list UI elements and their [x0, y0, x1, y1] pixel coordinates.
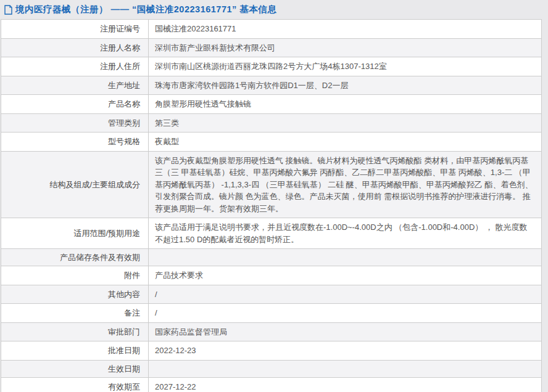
row-label: 结构及组成/主要组成成分	[1, 151, 149, 218]
row-label-text: 生产地址	[108, 81, 140, 90]
row-value-text: 2027-12-22	[155, 382, 196, 391]
row-label-text: 有效期至	[108, 382, 140, 391]
row-label: 管理类别	[1, 113, 149, 133]
row-label-text: 生效日期	[108, 364, 140, 374]
row-label: 生产地址	[1, 76, 149, 95]
row-label-text: 审批部门	[108, 327, 140, 337]
row-label-text: 产品名称	[108, 99, 140, 108]
row-value-text: 珠海市唐家湾软件园路1号南方软件园D1一层、D2一层	[155, 81, 348, 90]
row-value	[149, 360, 542, 377]
row-label-text: 管理类别	[108, 118, 140, 128]
row-label: 审批部门	[1, 322, 149, 341]
row-label-text: 注册证编号	[100, 24, 140, 33]
row-value-text: 国械注准20223161771	[155, 24, 236, 33]
row-label-text: 备注	[124, 308, 140, 317]
table-row: 生效日期	[1, 360, 542, 377]
row-value: /	[149, 304, 542, 323]
row-value-text: /	[155, 290, 157, 299]
table-row: 批准日期2022-12-23	[1, 341, 542, 361]
table-row: 注册人名称深圳市新产业眼科新技术有限公司	[1, 38, 542, 57]
row-value: 珠海市唐家湾软件园路1号南方软件园D1一层、D2一层	[149, 76, 542, 95]
page-title-bar: 境内医疗器械（注册） —— “国械注准20223161771” 基本信息	[0, 0, 548, 19]
row-value: 深圳市南山区桃源街道西丽龙珠四路2号方大广场4栋1307-1312室	[149, 57, 542, 76]
row-label: 型号规格	[1, 133, 149, 152]
row-value: 2027-12-22	[149, 377, 542, 392]
row-value-text: 产品技术要求	[155, 271, 203, 280]
row-value: 角膜塑形用硬性透气接触镜	[149, 95, 542, 114]
row-value-text: 第三类	[155, 118, 179, 128]
row-value-text: 夜戴型	[155, 137, 179, 146]
row-value-text: 国家药品监督管理局	[155, 327, 227, 337]
table-row: 注册人住所深圳市南山区桃源街道西丽龙珠四路2号方大广场4栋1307-1312室	[1, 57, 542, 76]
row-value-text: 该产品适用于满足说明书要求，并且近视度数在-1.00D~-4.00D之内 （包含…	[155, 223, 528, 244]
row-label: 注册人名称	[1, 38, 149, 57]
row-label-text: 型号规格	[108, 137, 140, 146]
table-row: 适用范围/预期用途该产品适用于满足说明书要求，并且近视度数在-1.00D~-4.…	[1, 218, 542, 249]
row-value: 该产品适用于满足说明书要求，并且近视度数在-1.00D~-4.00D之内 （包含…	[149, 218, 542, 249]
row-label: 产品储存条件及有效期	[1, 249, 149, 266]
row-label-text: 结构及组成/主要组成成分	[49, 180, 140, 189]
table-row: 备注/	[1, 304, 542, 323]
row-value: 夜戴型	[149, 133, 542, 152]
row-label-text: 附件	[124, 271, 140, 280]
document-icon	[4, 5, 12, 15]
row-value: 国家药品监督管理局	[149, 322, 542, 341]
table-row: 生产地址珠海市唐家湾软件园路1号南方软件园D1一层、D2一层	[1, 76, 542, 95]
row-value-text: 角膜塑形用硬性透气接触镜	[155, 99, 251, 108]
table-row: 结构及组成/主要组成成分该产品为夜戴型角膜塑形用硬性透气 接触镜。镜片材料为硬性…	[1, 151, 542, 218]
row-value-text: 深圳市新产业眼科新技术有限公司	[155, 43, 275, 52]
row-value: 深圳市新产业眼科新技术有限公司	[149, 38, 542, 57]
table-row: 附件产品技术要求	[1, 266, 542, 285]
table-row: 型号规格夜戴型	[1, 133, 542, 152]
row-value: 第三类	[149, 113, 542, 133]
row-value	[149, 249, 542, 266]
table-row: 管理类别第三类	[1, 113, 542, 133]
row-label: 注册证编号	[1, 20, 149, 39]
row-label-text: 注册人名称	[100, 43, 140, 52]
row-label: 备注	[1, 304, 149, 323]
row-label-text: 产品储存条件及有效期	[60, 253, 140, 262]
page-title: 境内医疗器械（注册） —— “国械注准20223161771” 基本信息	[15, 4, 276, 15]
row-label: 其他内容	[1, 285, 149, 304]
row-label-text: 其他内容	[108, 290, 140, 299]
row-label: 生效日期	[1, 360, 149, 377]
table-row: 注册证编号国械注准20223161771	[1, 20, 542, 39]
row-value: /	[149, 285, 542, 304]
table-row: 审批部门国家药品监督管理局	[1, 322, 542, 341]
row-value: 产品技术要求	[149, 266, 542, 285]
table-row: 其他内容/	[1, 285, 542, 304]
row-value: 2022-12-23	[149, 341, 542, 361]
row-label: 适用范围/预期用途	[1, 218, 149, 249]
row-value: 国械注准20223161771	[149, 20, 542, 39]
row-label: 产品名称	[1, 95, 149, 114]
row-label: 注册人住所	[1, 57, 149, 76]
table-row: 有效期至2027-12-22	[1, 377, 542, 392]
row-value: 该产品为夜戴型角膜塑形用硬性透气 接触镜。镜片材料为硬性透气丙烯酸酯 类材料，由…	[149, 151, 542, 218]
row-label: 批准日期	[1, 341, 149, 361]
row-value-text: 2022-12-23	[155, 346, 196, 355]
row-value-text: 该产品为夜戴型角膜塑形用硬性透气 接触镜。镜片材料为硬性透气丙烯酸酯 类材料，由…	[155, 156, 533, 213]
row-value-text: 深圳市南山区桃源街道西丽龙珠四路2号方大广场4栋1307-1312室	[155, 62, 387, 71]
row-value-text: /	[155, 308, 157, 317]
row-label-text: 适用范围/预期用途	[73, 229, 140, 238]
registration-info-table: 注册证编号国械注准20223161771注册人名称深圳市新产业眼科新技术有限公司…	[1, 19, 542, 392]
table-row: 产品名称角膜塑形用硬性透气接触镜	[1, 95, 542, 114]
row-label: 附件	[1, 266, 149, 285]
row-label: 有效期至	[1, 377, 149, 392]
table-row: 产品储存条件及有效期	[1, 249, 542, 266]
row-label-text: 注册人住所	[100, 62, 140, 71]
row-label-text: 批准日期	[108, 346, 140, 355]
